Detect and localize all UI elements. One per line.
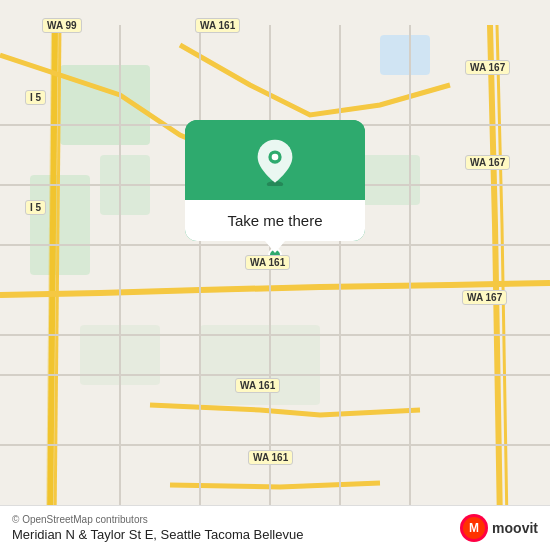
moovit-icon: M (460, 514, 488, 542)
map-container: WA 99 WA 161 WA 167 WA 167 I 5 I 5 WA 16… (0, 0, 550, 550)
road-label-wa167-right-top: WA 167 (465, 60, 510, 75)
take-me-there-button[interactable]: Take me there (185, 200, 365, 241)
road-label-wa167-right-mid: WA 167 (465, 155, 510, 170)
attribution-text: © OpenStreetMap contributors (12, 514, 303, 525)
road-label-i5-left-mid: I 5 (25, 200, 46, 215)
road-label-wa161-mid: WA 161 (245, 255, 290, 270)
road-label-wa161-top: WA 161 (195, 18, 240, 33)
popup-tail (265, 241, 285, 253)
moovit-logo[interactable]: M moovit (460, 514, 538, 542)
popup-card: Take me there (185, 120, 365, 241)
location-text: Meridian N & Taylor St E, Seattle Tacoma… (12, 527, 303, 542)
svg-rect-2 (30, 175, 90, 275)
bottom-bar-left: © OpenStreetMap contributors Meridian N … (12, 514, 303, 542)
svg-rect-4 (380, 35, 430, 75)
road-label-wa161-btm2: WA 161 (248, 450, 293, 465)
road-label-wa161-bot: WA 161 (235, 378, 280, 393)
svg-point-22 (272, 154, 279, 161)
popup-icon-area (185, 120, 365, 200)
road-label-wa99: WA 99 (42, 18, 82, 33)
road-label-i5-left-top: I 5 (25, 90, 46, 105)
svg-rect-6 (200, 325, 320, 405)
location-pin-icon (251, 138, 299, 186)
svg-text:M: M (469, 521, 479, 535)
bottom-bar: © OpenStreetMap contributors Meridian N … (0, 505, 550, 550)
moovit-name-text: moovit (492, 520, 538, 536)
road-label-wa167-bot: WA 167 (462, 290, 507, 305)
